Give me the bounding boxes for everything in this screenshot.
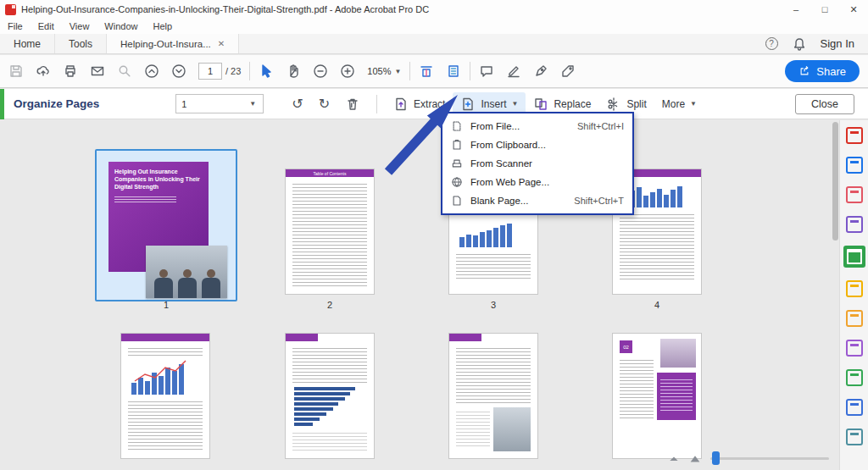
toolbar-divider [376, 95, 377, 113]
chevron-down-icon: ▼ [690, 100, 697, 108]
share-button[interactable]: Share [785, 60, 860, 82]
insert-dropdown-menu: From File... Shift+Ctrl+I From Clipboard… [441, 112, 634, 215]
menu-item-blank-page[interactable]: Blank Page... Shift+Ctrl+T [442, 191, 632, 210]
highlight-icon[interactable] [846, 340, 863, 357]
sign-pen-icon[interactable] [533, 64, 548, 79]
menu-help[interactable]: Help [145, 21, 180, 31]
page-header-bar: Table of Contents [286, 169, 374, 177]
thumbnail-zoom-controls [668, 451, 829, 465]
more-button[interactable]: More ▼ [654, 94, 704, 114]
chevron-down-icon: ▼ [511, 100, 518, 108]
notifications-bell-icon[interactable] [792, 36, 807, 52]
tab-document[interactable]: Helping-Out-Insura... ✕ [107, 34, 239, 53]
save-icon[interactable] [8, 64, 24, 79]
menu-item-from-scanner[interactable]: From Scanner [442, 154, 632, 173]
zoom-level-dropdown[interactable]: 105% ▼ [367, 66, 401, 76]
close-window-button[interactable]: ✕ [839, 0, 868, 19]
help-icon[interactable]: ? [765, 37, 778, 50]
page-range-selector[interactable]: ▼ [175, 94, 264, 113]
export-pdf-icon[interactable] [846, 127, 863, 144]
slider-handle[interactable] [712, 451, 720, 465]
section-number-box: 02 [620, 340, 632, 353]
menu-view[interactable]: View [62, 21, 97, 31]
page-number-label: 3 [449, 300, 537, 310]
window-title: Helping-Out-Insurance-Companies-in-Unloc… [21, 4, 429, 14]
mini-bar-chart [459, 222, 527, 247]
menu-item-from-clipboard[interactable]: From Clipboard... [442, 135, 632, 154]
cloud-upload-icon[interactable] [36, 64, 51, 79]
search-icon[interactable] [117, 64, 132, 79]
organize-pages-icon[interactable] [843, 246, 865, 268]
fill-sign-icon[interactable] [846, 280, 863, 297]
thumbnail-page-6[interactable] [286, 334, 374, 458]
cover-title: Helping Out Insurance Companies in Unloc… [114, 169, 203, 191]
page-number-label: 2 [286, 300, 374, 310]
zoom-out-icon[interactable] [313, 64, 328, 79]
create-pdf-icon[interactable] [846, 157, 863, 174]
menu-item-from-file[interactable]: From File... Shift+Ctrl+I [442, 117, 632, 135]
sign-in-button[interactable]: Sign In [821, 37, 854, 50]
comment-icon[interactable] [846, 310, 863, 327]
zoom-in-icon[interactable] [340, 64, 355, 79]
thumbnail-page-2[interactable]: Table of Contents [286, 169, 374, 294]
tab-home[interactable]: Home [0, 34, 55, 53]
page-number-input[interactable] [198, 63, 222, 80]
split-icon [606, 97, 621, 112]
mini-line-series [133, 357, 192, 388]
protect-icon[interactable] [846, 399, 863, 416]
extract-icon [393, 97, 409, 112]
scrolling-view-icon[interactable] [446, 64, 461, 79]
previous-page-icon[interactable] [144, 64, 159, 79]
hand-tool-icon[interactable] [286, 64, 301, 79]
comment-icon[interactable] [479, 64, 494, 79]
thumbnail-page-5[interactable] [121, 334, 209, 458]
toolbar-divider [249, 62, 250, 80]
right-tools-rail [839, 120, 868, 470]
edit-pdf-icon[interactable] [846, 216, 863, 233]
page-display-icon[interactable] [419, 64, 434, 79]
tab-tools[interactable]: Tools [55, 34, 107, 53]
highlighter-icon[interactable] [506, 64, 521, 79]
minimize-button[interactable]: – [782, 0, 810, 19]
page-range-input[interactable] [181, 99, 249, 109]
trash-icon [345, 97, 360, 112]
menu-edit[interactable]: Edit [31, 21, 62, 31]
share-icon [798, 65, 810, 77]
thumbnail-size-slider[interactable] [710, 451, 829, 465]
close-document-tab-icon[interactable]: ✕ [218, 39, 225, 48]
menu-file[interactable]: File [0, 21, 31, 31]
enlarge-thumbnails-icon[interactable] [688, 451, 702, 465]
organize-pages-toolbar: Organize Pages ▼ ↺ ↻ Extract Insert ▼ Re… [0, 89, 868, 119]
combine-files-icon[interactable] [846, 186, 863, 203]
page-thumbnail-grid: Helping Out Insurance Companies in Unloc… [0, 120, 839, 470]
close-tool-button[interactable]: Close [795, 94, 854, 114]
reduce-thumbnails-icon[interactable] [668, 452, 680, 464]
delete-pages-button[interactable] [337, 97, 368, 112]
send-for-review-icon[interactable] [846, 369, 863, 386]
mini-photo [660, 339, 696, 368]
scrollbar-thumb[interactable] [832, 122, 838, 241]
menu-item-from-web-page[interactable]: From Web Page... [442, 173, 632, 191]
main-toolbar: / 23 105% ▼ Share [0, 55, 868, 88]
title-bar: Helping-Out-Insurance-Companies-in-Unloc… [0, 0, 868, 19]
rotate-left-button[interactable]: ↺ [284, 96, 310, 112]
stamp-icon[interactable] [560, 64, 576, 79]
thumbnail-page-1[interactable]: Helping Out Insurance Companies in Unloc… [95, 149, 237, 301]
rotate-right-button[interactable]: ↻ [311, 96, 337, 112]
thumbnail-page-7[interactable] [449, 334, 537, 458]
thumbnail-page-8[interactable]: 02 [613, 334, 701, 458]
menu-window[interactable]: Window [97, 21, 145, 31]
maximize-button[interactable]: □ [810, 0, 839, 19]
email-icon[interactable] [90, 64, 105, 79]
insert-icon [460, 97, 476, 112]
from-web-page-icon [451, 176, 463, 188]
mini-photo [493, 407, 531, 451]
vertical-scrollbar[interactable] [832, 122, 838, 468]
next-page-icon[interactable] [171, 64, 186, 79]
select-tool-icon[interactable] [259, 64, 274, 79]
more-tools-icon[interactable] [846, 429, 863, 445]
print-icon[interactable] [63, 64, 78, 79]
page-number-label: 1 [122, 300, 210, 310]
from-file-icon [451, 120, 463, 132]
acrobat-window: Helping-Out-Insurance-Companies-in-Unloc… [0, 0, 868, 470]
